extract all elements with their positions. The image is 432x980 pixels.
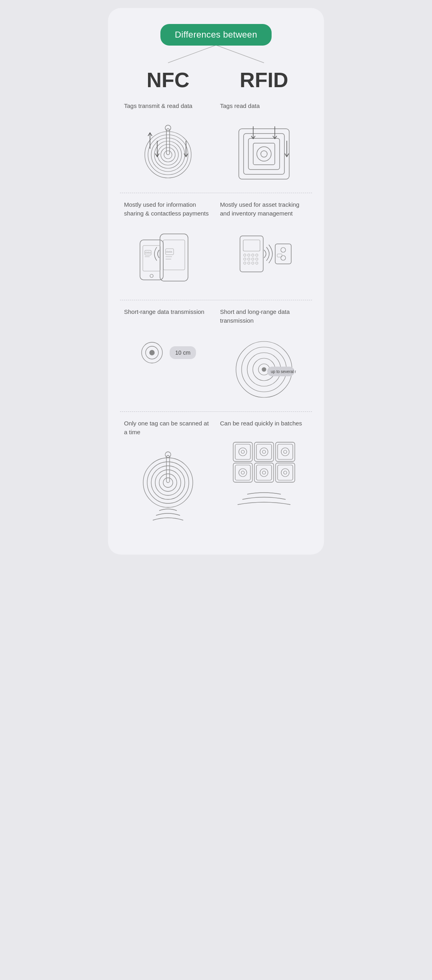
svg-point-41 bbox=[244, 258, 246, 260]
svg-point-86 bbox=[239, 469, 247, 477]
svg-point-90 bbox=[260, 469, 268, 477]
svg-point-38 bbox=[248, 254, 250, 256]
nfc-usage-illustration: data data bbox=[120, 224, 216, 296]
svg-point-74 bbox=[239, 448, 247, 456]
rfid-range-col: Short and long-range data transmission u… bbox=[216, 307, 312, 407]
svg-rect-14 bbox=[239, 129, 289, 179]
rfid-batch-label: Can be read quickly in batches bbox=[216, 419, 312, 434]
svg-point-94 bbox=[281, 469, 289, 477]
titles-row: NFC RFID bbox=[120, 64, 312, 102]
svg-point-75 bbox=[241, 450, 244, 453]
rfid-usage-illustration bbox=[216, 224, 312, 296]
header-lines bbox=[120, 44, 312, 64]
svg-point-18 bbox=[257, 147, 271, 161]
svg-rect-88 bbox=[254, 463, 274, 482]
svg-point-78 bbox=[260, 448, 268, 456]
svg-rect-15 bbox=[244, 134, 284, 174]
nfc-range-illustration: 10 cm bbox=[120, 323, 216, 387]
svg-point-10 bbox=[165, 125, 171, 131]
svg-rect-73 bbox=[235, 444, 250, 459]
svg-point-39 bbox=[252, 254, 254, 256]
svg-rect-80 bbox=[276, 442, 295, 461]
svg-rect-89 bbox=[256, 465, 272, 480]
rfid-usage-label: Mostly used for asset tracking and inven… bbox=[216, 200, 312, 224]
svg-rect-93 bbox=[278, 465, 293, 480]
main-card: Differences between NFC RFID Tags transm… bbox=[108, 8, 324, 555]
svg-point-19 bbox=[261, 151, 267, 157]
header-badge: Differences between bbox=[160, 24, 272, 46]
svg-text:data: data bbox=[145, 251, 151, 254]
nfc-batch-illustration bbox=[120, 443, 216, 535]
svg-rect-70 bbox=[166, 455, 170, 483]
svg-point-83 bbox=[284, 450, 287, 453]
rfid-title: RFID bbox=[216, 64, 312, 102]
svg-point-79 bbox=[262, 450, 266, 453]
svg-line-0 bbox=[168, 45, 216, 63]
svg-text:data: data bbox=[166, 250, 172, 253]
svg-rect-23 bbox=[160, 234, 188, 281]
svg-line-1 bbox=[216, 45, 264, 63]
svg-rect-92 bbox=[276, 463, 295, 482]
nfc-distance-label: 10 cm bbox=[170, 346, 196, 359]
svg-rect-77 bbox=[256, 444, 272, 459]
svg-rect-35 bbox=[240, 236, 263, 272]
nfc-tags-col: Tags transmit & read data bbox=[120, 102, 216, 189]
section-tags: Tags transmit & read data bbox=[120, 102, 312, 535]
svg-point-71 bbox=[165, 452, 171, 457]
svg-point-40 bbox=[256, 254, 258, 256]
nfc-usage-col: Mostly used for information sharing & co… bbox=[120, 200, 216, 296]
svg-point-48 bbox=[256, 262, 258, 264]
svg-point-87 bbox=[241, 471, 244, 474]
svg-point-45 bbox=[244, 262, 246, 264]
nfc-range-col: Short-range data transmission 10 cm bbox=[120, 307, 216, 407]
svg-point-42 bbox=[248, 258, 250, 260]
svg-rect-17 bbox=[253, 143, 275, 165]
svg-point-55 bbox=[150, 350, 154, 355]
svg-rect-36 bbox=[243, 240, 260, 251]
svg-point-82 bbox=[281, 448, 289, 456]
nfc-usage-label: Mostly used for information sharing & co… bbox=[120, 200, 216, 224]
nfc-range-label: Short-range data transmission bbox=[120, 307, 216, 323]
svg-point-44 bbox=[256, 258, 258, 260]
nfc-title: NFC bbox=[120, 64, 216, 102]
svg-point-46 bbox=[248, 262, 250, 264]
nfc-tags-label: Tags transmit & read data bbox=[120, 102, 216, 117]
nfc-tag-illustration bbox=[120, 117, 216, 189]
nfc-batch-col: Only one tag can be scanned at a time bbox=[120, 419, 216, 535]
svg-point-34 bbox=[150, 274, 153, 277]
svg-point-37 bbox=[244, 254, 246, 256]
svg-point-91 bbox=[262, 471, 266, 474]
svg-point-61 bbox=[262, 367, 266, 371]
rfid-tag-illustration bbox=[216, 117, 312, 189]
nfc-batch-label: Only one tag can be scanned at a time bbox=[120, 419, 216, 443]
svg-point-95 bbox=[284, 471, 287, 474]
svg-rect-81 bbox=[278, 444, 293, 459]
rfid-range-label: Short and long-range data transmission bbox=[216, 307, 312, 331]
rfid-batch-col: Can be read quickly in batches bbox=[216, 419, 312, 535]
rfid-batch-illustration bbox=[216, 434, 312, 526]
svg-point-51 bbox=[281, 255, 286, 260]
svg-point-50 bbox=[281, 247, 286, 252]
rfid-tags-col: Tags read data bbox=[216, 102, 312, 189]
rfid-usage-col: Mostly used for asset tracking and inven… bbox=[216, 200, 312, 296]
rfid-range-illustration: up to several meters bbox=[216, 331, 312, 407]
svg-point-43 bbox=[252, 258, 254, 260]
svg-rect-76 bbox=[254, 442, 274, 461]
svg-rect-72 bbox=[233, 442, 252, 461]
header-badge-text: Differences between bbox=[175, 30, 257, 40]
svg-rect-30 bbox=[143, 245, 160, 271]
rfid-tags-label: Tags read data bbox=[216, 102, 312, 117]
svg-rect-85 bbox=[235, 465, 250, 480]
svg-point-47 bbox=[252, 262, 254, 264]
svg-rect-84 bbox=[233, 463, 252, 482]
svg-text:up to several meters: up to several meters bbox=[271, 369, 296, 374]
